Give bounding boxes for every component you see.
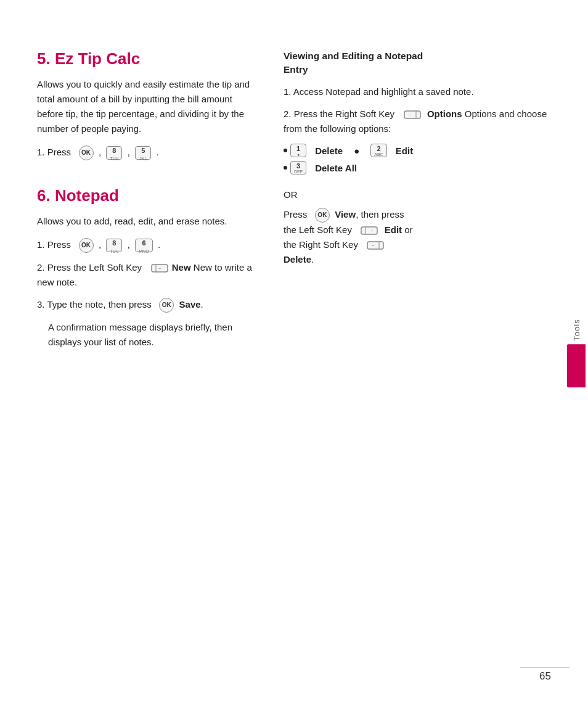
side-tab: Tools xyxy=(565,319,588,387)
right-step2: 2. Press the Right Soft Key − Options Op… xyxy=(284,107,551,136)
section6-confirmation: A confirmation message displays briefly,… xyxy=(48,320,259,350)
step2-prefix: 2. Press the Right Soft Key xyxy=(284,109,394,119)
section6-step3: 3. Type the note, then press OK Save. xyxy=(37,297,259,313)
bullet-edit: 2ABC Edit xyxy=(370,144,413,157)
confirmation-text: A confirmation message displays briefly,… xyxy=(48,322,232,347)
key-3def: 3DEF xyxy=(290,161,306,174)
edit-label: Edit xyxy=(396,146,413,156)
or-press-prefix: Press xyxy=(284,209,307,220)
step2-new: New xyxy=(172,262,191,273)
view-label: View xyxy=(335,209,356,220)
side-tab-bar xyxy=(567,344,586,387)
key-8tuv: 8TUV xyxy=(106,146,122,160)
step1-prefix-2: 1. Press xyxy=(37,239,71,250)
section6-step2: 2. Press the Left Soft Key − New New to … xyxy=(37,260,259,290)
step2-text: 2. Press the Left Soft Key xyxy=(37,262,142,273)
key-2abc: 2ABC xyxy=(370,144,386,157)
section5-title: 5. Ez Tip Calc xyxy=(37,49,259,68)
key-5jkl: 5JKL xyxy=(135,146,151,160)
section6-description: Allows you to add, read, edit, and erase… xyxy=(37,214,259,229)
section5-step1: 1. Press OK , 8TUV , 5JKL . xyxy=(37,145,259,160)
section-title-line2: Entry xyxy=(284,64,308,75)
svg-text:−: − xyxy=(158,266,161,271)
left-soft-key-icon-2: − xyxy=(361,226,378,236)
left-soft-key-label: the Left Soft Key xyxy=(284,224,352,235)
bullet-dot-1 xyxy=(284,149,287,152)
svg-text:−: − xyxy=(409,113,411,117)
step3-prefix: 3. Type the note, then press xyxy=(37,299,152,310)
delete-label: Delete xyxy=(315,146,343,156)
page-number: 65 xyxy=(539,670,551,683)
or-press-step: Press OK View, then press the Left Soft … xyxy=(284,207,551,267)
svg-text:−: − xyxy=(370,229,373,233)
right-step1: 1. Access Notepad and highlight a saved … xyxy=(284,84,551,99)
ok-key-3: OK xyxy=(159,298,174,313)
bullet-row-2: 3DEF Delete All xyxy=(284,161,551,174)
left-soft-key-icon-1: − xyxy=(151,263,168,273)
bullet-delete-all: 3DEF Delete All xyxy=(284,161,357,174)
svg-rect-6 xyxy=(361,227,377,234)
ok-key-2: OK xyxy=(79,238,94,253)
key-8tuv-2: 8TUV xyxy=(106,239,122,252)
step3-save: Save xyxy=(179,299,201,310)
side-tab-label: Tools xyxy=(572,319,581,340)
right-soft-key-icon-delete: − xyxy=(367,240,384,250)
or-text: or xyxy=(404,224,412,235)
ok-key-view: OK xyxy=(315,208,330,223)
delete-label-2: Delete xyxy=(284,254,311,265)
delete-all-label: Delete All xyxy=(315,163,357,173)
section5-description: Allows you to quickly and easily estimat… xyxy=(37,77,259,136)
section-notepad: 6. Notepad Allows you to add, read, edit… xyxy=(37,186,259,357)
svg-rect-9 xyxy=(367,242,383,249)
right-section-title: Viewing and Editing a Notepad Entry xyxy=(284,49,551,76)
key-6mno: 6MNO xyxy=(135,239,152,252)
bullet-delete: 1● Delete xyxy=(284,144,343,157)
section-ez-tip-calc: 5. Ez Tip Calc Allows you to quickly and… xyxy=(37,49,259,168)
svg-rect-3 xyxy=(404,111,420,118)
edit-label-2: Edit xyxy=(385,224,402,235)
left-column: 5. Ez Tip Calc Allows you to quickly and… xyxy=(37,49,259,669)
right-step1-text: 1. Access Notepad and highlight a saved … xyxy=(284,86,474,97)
section6-step1: 1. Press OK , 8TUV , 6MNO . xyxy=(37,237,259,253)
bullet-row-1: 1● Delete ● 2ABC Edit xyxy=(284,144,551,157)
or-separator: OR xyxy=(284,189,551,200)
svg-text:−: − xyxy=(372,244,374,248)
right-soft-key-icon-options: − xyxy=(404,110,421,120)
key-1-delete: 1● xyxy=(290,144,306,157)
options-label: Options xyxy=(427,109,462,119)
bullet-dot-2 xyxy=(284,166,287,170)
right-soft-key-label: the Right Soft Key xyxy=(284,239,358,250)
step1-prefix: 1. Press xyxy=(37,147,71,157)
page-number-line xyxy=(520,667,570,668)
right-column: Viewing and Editing a Notepad Entry 1. A… xyxy=(284,49,551,669)
ok-key-1: OK xyxy=(79,146,94,160)
section-title-line1: Viewing and Editing a Notepad xyxy=(284,51,423,61)
section6-title: 6. Notepad xyxy=(37,186,259,205)
